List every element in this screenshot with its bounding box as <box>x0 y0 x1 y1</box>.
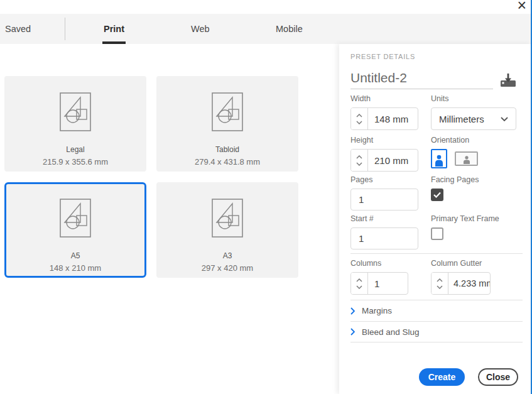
orientation-group: Orientation <box>431 136 478 168</box>
pages-field-group: Pages <box>350 175 418 211</box>
bleed-and-slug-section[interactable]: Bleed and Slug <box>350 321 523 342</box>
units-dropdown[interactable]: Millimeters <box>431 107 516 130</box>
units-field-group: Units Millimeters <box>431 94 516 130</box>
tab-divider <box>65 18 65 40</box>
preset-name: Tabloid <box>215 145 239 154</box>
width-stepper[interactable] <box>351 108 368 129</box>
primary-text-frame-checkbox[interactable] <box>431 227 443 240</box>
chevron-down-icon <box>356 121 362 124</box>
facing-pages-label: Facing Pages <box>431 175 479 184</box>
column-gutter-stepper[interactable] <box>432 273 448 294</box>
pages-label: Pages <box>350 175 418 184</box>
divider <box>350 253 523 254</box>
primary-text-frame-label: Primary Text Frame <box>431 214 499 223</box>
start-label: Start # <box>350 214 418 223</box>
document-name-input[interactable] <box>350 67 493 89</box>
preset-size: 215.9 x 355.6 mm <box>43 157 108 167</box>
column-gutter-group: Column Gutter <box>431 259 491 295</box>
chevron-down-icon <box>356 162 362 166</box>
close-icon[interactable]: × <box>517 0 526 14</box>
columns-field-group: Columns <box>350 259 408 295</box>
title-bar: × <box>0 0 532 14</box>
preset-name: Legal <box>66 145 84 154</box>
height-label: Height <box>350 136 418 145</box>
column-gutter-input[interactable] <box>448 273 490 294</box>
height-stepper[interactable] <box>351 150 368 171</box>
preset-card-legal[interactable]: Legal 215.9 x 355.6 mm <box>4 76 146 172</box>
chevron-up-icon <box>437 278 443 282</box>
pages-input[interactable] <box>350 189 418 211</box>
preset-card-a5[interactable]: A5 148 x 210 mm <box>4 182 146 278</box>
margins-section[interactable]: Margins <box>350 300 523 321</box>
chevron-down-icon <box>501 117 508 121</box>
tab-mobile[interactable]: Mobile <box>274 14 304 44</box>
close-button[interactable]: Close <box>478 368 518 386</box>
document-shapes-icon <box>60 92 91 131</box>
tab-bar: Saved Print Web Mobile <box>0 14 531 44</box>
column-gutter-label: Column Gutter <box>431 259 491 268</box>
tab-saved[interactable]: Saved <box>4 14 32 44</box>
columns-stepper[interactable] <box>351 273 368 294</box>
width-label: Width <box>350 94 418 103</box>
columns-input[interactable] <box>368 273 408 294</box>
height-input[interactable] <box>368 150 418 171</box>
height-field[interactable] <box>350 149 418 172</box>
chevron-right-icon <box>350 307 355 315</box>
preset-size: 148 x 210 mm <box>50 263 101 273</box>
units-value: Millimeters <box>439 114 484 124</box>
facing-pages-checkbox[interactable] <box>431 189 443 201</box>
portrait-orientation-icon[interactable] <box>431 149 447 168</box>
landscape-orientation-icon[interactable] <box>455 151 478 166</box>
panel-title: PRESET DETAILS <box>350 53 415 60</box>
start-input[interactable] <box>350 227 418 249</box>
bleed-and-slug-section-label: Bleed and Slug <box>362 327 420 337</box>
chevron-down-icon <box>356 285 362 289</box>
preset-name: A3 <box>223 251 232 260</box>
preset-size: 297 x 420 mm <box>202 263 253 273</box>
tab-web[interactable]: Web <box>190 14 211 44</box>
facing-pages-group: Facing Pages <box>431 175 479 201</box>
units-label: Units <box>431 94 516 103</box>
columns-field[interactable] <box>350 272 408 295</box>
save-preset-icon[interactable] <box>499 73 517 89</box>
document-shapes-icon <box>60 199 91 238</box>
chevron-up-icon <box>356 155 362 159</box>
margins-section-label: Margins <box>362 306 392 315</box>
preset-details-panel: PRESET DETAILS Width Units Millimeters <box>339 44 532 394</box>
chevron-up-icon <box>356 114 362 118</box>
width-field[interactable] <box>350 107 418 130</box>
preset-card-a3[interactable]: A3 297 x 420 mm <box>156 182 298 278</box>
width-input[interactable] <box>368 108 418 129</box>
width-field-group: Width <box>350 94 418 130</box>
column-gutter-field[interactable] <box>431 272 491 295</box>
preset-name: A5 <box>71 251 80 260</box>
document-shapes-icon <box>212 199 243 238</box>
columns-label: Columns <box>350 259 408 268</box>
primary-text-frame-group: Primary Text Frame <box>431 214 499 240</box>
height-field-group: Height <box>350 136 418 172</box>
preset-card-tabloid[interactable]: Tabloid 279.4 x 431.8 mm <box>156 76 298 172</box>
orientation-label: Orientation <box>431 136 478 145</box>
preset-size: 279.4 x 431.8 mm <box>195 157 260 167</box>
document-shapes-icon <box>212 92 243 131</box>
chevron-right-icon <box>350 328 355 336</box>
tab-print[interactable]: Print <box>102 14 126 44</box>
new-document-dialog: × Saved Print Web Mobile Legal 215.9 x 3… <box>0 0 532 394</box>
create-button[interactable]: Create <box>419 368 465 386</box>
checkmark-icon <box>433 192 441 198</box>
start-field-group: Start # <box>350 214 418 249</box>
chevron-up-icon <box>356 278 362 282</box>
chevron-down-icon <box>437 285 443 289</box>
